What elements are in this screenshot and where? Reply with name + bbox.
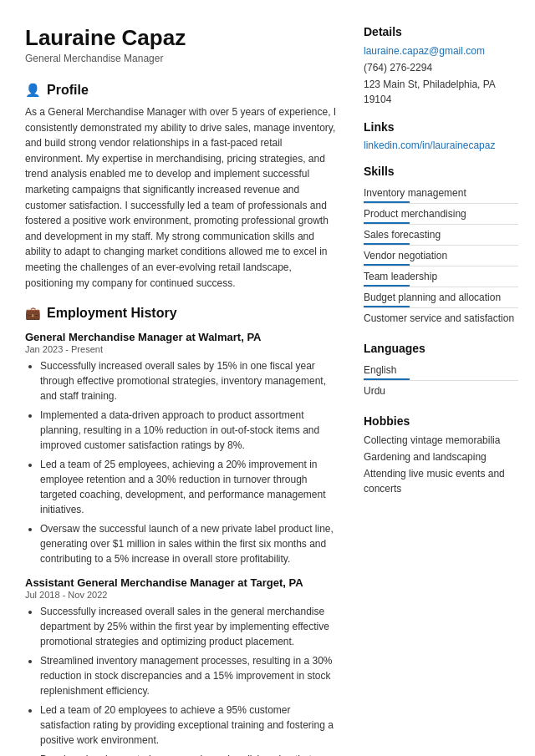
skill-item: Customer service and satisfaction: [364, 308, 518, 328]
profile-section-title: 👤 Profile: [25, 83, 339, 98]
profile-text: As a General Merchandise Manager with ov…: [25, 104, 339, 291]
list-item: Developed and executed a seasonal mercha…: [40, 752, 339, 756]
list-item: Streamlined inventory management process…: [40, 653, 339, 698]
hobbies-title: Hobbies: [364, 414, 518, 428]
profile-icon: 👤: [25, 83, 41, 98]
job-1-title: General Merchandise Manager at Walmart, …: [25, 331, 339, 343]
languages-section: Languages English Urdu: [364, 342, 518, 401]
list-item: Led a team of 25 employees, achieving a …: [40, 457, 339, 517]
list-item: Led a team of 20 employees to achieve a …: [40, 703, 339, 748]
page: Lauraine Capaz General Merchandise Manag…: [0, 0, 535, 756]
skills-section: Skills Inventory management Product merc…: [364, 165, 518, 328]
skill-item: Sales forecasting: [364, 225, 518, 246]
linkedin-link[interactable]: linkedin.com/in/laurainecapaz: [364, 139, 518, 151]
skill-item: Inventory management: [364, 183, 518, 204]
languages-title: Languages: [364, 342, 518, 355]
list-item: Oversaw the successful launch of a new p…: [40, 521, 339, 566]
right-column: Details lauraine.capaz@gmail.com (764) 2…: [364, 25, 518, 756]
links-section: Links linkedin.com/in/laurainecapaz: [364, 120, 518, 151]
details-address: 123 Main St, Philadelphia, PA 19104: [364, 77, 518, 107]
hobby-item: Gardening and landscaping: [364, 449, 518, 464]
hobby-item: Attending live music events and concerts: [364, 466, 518, 496]
employment-section-title: 💼 Employment History: [25, 306, 339, 321]
job-2-title: Assistant General Merchandise Manager at…: [25, 576, 339, 589]
left-column: Lauraine Capaz General Merchandise Manag…: [25, 25, 339, 756]
language-item: Urdu: [364, 381, 518, 401]
list-item: Successfully increased overall sales by …: [40, 358, 339, 403]
details-section: Details lauraine.capaz@gmail.com (764) 2…: [364, 25, 518, 107]
hobby-item: Collecting vintage memorabilia: [364, 433, 518, 448]
candidate-title: General Merchandise Manager: [25, 53, 339, 64]
employment-section: 💼 Employment History General Merchandise…: [25, 306, 339, 756]
list-item: Successfully increased overall sales in …: [40, 604, 339, 649]
header: Lauraine Capaz General Merchandise Manag…: [25, 25, 339, 64]
skill-item: Team leadership: [364, 266, 518, 287]
details-email[interactable]: lauraine.capaz@gmail.com: [364, 43, 518, 58]
skill-item: Vendor negotiation: [364, 246, 518, 266]
employment-icon: 💼: [25, 306, 41, 321]
job-1-bullets: Successfully increased overall sales by …: [25, 358, 339, 566]
job-2-bullets: Successfully increased overall sales in …: [25, 604, 339, 756]
job-1-dates: Jan 2023 - Present: [25, 344, 339, 354]
profile-section: 👤 Profile As a General Merchandise Manag…: [25, 83, 339, 291]
skill-item: Budget planning and allocation: [364, 287, 518, 308]
job-1: General Merchandise Manager at Walmart, …: [25, 331, 339, 566]
details-title: Details: [364, 25, 518, 38]
skills-title: Skills: [364, 165, 518, 178]
candidate-name: Lauraine Capaz: [25, 25, 339, 51]
links-title: Links: [364, 120, 518, 134]
language-item: English: [364, 360, 518, 381]
hobbies-section: Hobbies Collecting vintage memorabilia G…: [364, 414, 518, 496]
list-item: Implemented a data-driven approach to pr…: [40, 408, 339, 453]
job-2-dates: Jul 2018 - Nov 2022: [25, 590, 339, 600]
skill-item: Product merchandising: [364, 204, 518, 225]
job-2: Assistant General Merchandise Manager at…: [25, 576, 339, 756]
details-phone: (764) 276-2294: [364, 60, 518, 75]
